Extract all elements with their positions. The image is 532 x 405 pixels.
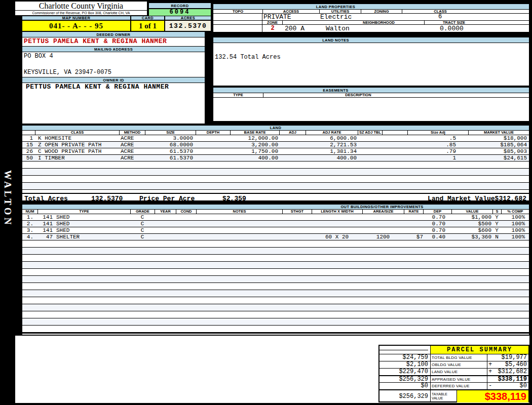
out-building-row: 1.141SHEDC0.70$1,000Y100%	[22, 214, 529, 221]
sign	[487, 376, 495, 382]
land-market-value-header: MARKET VALUE	[468, 131, 529, 135]
summary-row: $2,100 OBLDG VALUE +$5,460	[379, 361, 528, 368]
out-buildings-total-value: $5,460	[505, 334, 526, 335]
land-row: 1K HOMESITEACRE3.000012,000.006,000.00.5…	[22, 135, 529, 142]
empty-row	[22, 262, 529, 269]
class-value: 6	[402, 14, 529, 20]
land-notes-text: 132.54 Total Acres	[213, 43, 529, 61]
out-buildings-total-label: Total Out Buildings & Other Improvements…	[262, 334, 409, 335]
empty-row	[22, 161, 529, 169]
out-building-row: 4.47SHELTERC60 X 201200$70.40$3,360N100%	[22, 234, 529, 240]
land-sz-adj-tbl-header: SZ ADJ TBL	[358, 131, 382, 135]
empty-row	[22, 240, 529, 248]
land-market-value: $312,682	[495, 194, 526, 201]
ob-length-width-header: LENGTH X WIDTH	[312, 210, 362, 214]
parcel-summary-prev-header-cell	[379, 346, 431, 354]
land-properties-box: LAND PROPERTIES TOPO ACCESS UTILITIES ZO…	[213, 4, 529, 32]
ob-num-header: NUM	[22, 210, 37, 214]
land-depth-header: DEPTH	[196, 131, 230, 135]
empty-row	[22, 255, 529, 262]
record-label: RECORD	[148, 3, 211, 9]
out-building-row: 3.141SHEDC0.70$600Y100%	[22, 227, 529, 234]
deferred-value: $0	[495, 383, 528, 389]
total-bldg-value: $19,977	[495, 354, 528, 361]
empty-row	[22, 248, 529, 255]
land-value: $312,682	[495, 369, 528, 375]
empty-row	[22, 297, 529, 304]
ob-rate-header: RATE	[404, 210, 423, 214]
commissioner-line: Commissioner of the Revenue, PO Box 308,…	[15, 10, 147, 16]
total-acres-value: 132.5370	[91, 194, 123, 201]
ob-comp-header: % COMP	[501, 210, 529, 214]
deferred-value-label: DEFERRED VALUE	[431, 383, 487, 389]
deeded-owner-value: PETTUS PAMELA KENT & REGINA HANMER	[22, 37, 205, 46]
prev-taxable-value: $256,329	[379, 390, 431, 402]
empty-row	[22, 169, 529, 176]
land-totals-row: Total Acres 132.5370 Price Per Acre $2,3…	[22, 193, 529, 200]
access-value: PRIVATE	[262, 14, 319, 20]
ob-grade-header: GRADE	[130, 210, 155, 214]
empty-row	[22, 318, 529, 326]
sign: +	[487, 369, 495, 375]
prev-deferred-value: $0	[379, 383, 431, 389]
land-base-rate-header: BASE RATE	[230, 131, 279, 135]
land-method-header: METHOD	[119, 131, 145, 135]
land-row: 15Z OPEN PRIVATE PATHACRE68.00003,200.00…	[22, 142, 529, 148]
price-per-acre-label: Price Per Acre	[139, 194, 195, 201]
summary-row: $0 DEFERRED VALUE -$0	[379, 382, 528, 389]
land-row: 50I TIMBERACRE61.5370400.00400.001$24,61…	[22, 155, 529, 161]
obldg-value-label: OBLDG VALUE	[431, 361, 487, 368]
land-notes-title: LAND NOTES	[213, 37, 529, 43]
summary-row: $256,329 APPRAISED VALUE $338,119	[379, 375, 528, 382]
empty-row	[22, 326, 529, 333]
utilities-column-header: UTILITIES	[319, 10, 361, 13]
neighborhood-column-header: NEIGHBORHOOD	[283, 21, 425, 24]
card-value: 1 of 1	[131, 20, 165, 31]
zoning-column-header: ZONING	[361, 10, 402, 13]
empty-row	[22, 283, 529, 290]
sign: +	[487, 361, 495, 368]
land-section: LAND CLASS METHOD SIZE DEPTH BASE RATE A…	[22, 125, 529, 201]
zone-value: 2	[262, 25, 283, 32]
mailing-address-label: MAILING ADDRESS	[22, 46, 205, 52]
out-buildings-section: OUT BUILDINGS/OTHER IMPROVEMENTS NUM TYP…	[22, 204, 529, 335]
land-value-label: LAND VALUE	[431, 369, 487, 375]
mailing-address-block: PO BOX 4 KEYSVILLE, VA 23947-0075	[22, 52, 205, 77]
land-adj-rate-header: ADJ RATE	[306, 131, 358, 135]
tract-size-column-header: TRACT SIZE	[425, 21, 529, 24]
neighborhood-value: Walton	[326, 25, 350, 32]
out-buildings-title: OUT BUILDINGS/OTHER IMPROVEMENTS	[22, 205, 529, 210]
appraised-value: $338,119	[495, 376, 528, 382]
sign	[487, 354, 495, 361]
map-number-label: MAP NUMBER	[22, 16, 131, 20]
prev-appraised-value: $256,329	[379, 376, 431, 382]
obldg-value: $5,460	[495, 361, 528, 368]
owner-card-empty-area	[22, 91, 205, 124]
ob-notes-header: NOTES	[196, 210, 282, 214]
owner-id-value: PETTUS PAMELA KENT & REGINA HANMER	[22, 83, 205, 91]
empty-row	[22, 176, 529, 183]
record-value: 6094	[148, 9, 211, 16]
easements-box: EASEMENTS TYPE DESCRIPTION	[213, 87, 529, 122]
land-size-adj-header: Size Adj	[407, 131, 468, 135]
acres-label: ACRES	[165, 16, 211, 20]
address-line-2: KEYSVILLE, VA 23947-0075	[22, 69, 205, 76]
easements-empty-area	[213, 98, 529, 121]
acres-value: 132.5370	[165, 20, 211, 31]
empty-row	[22, 304, 529, 311]
easement-type-header: TYPE	[213, 93, 263, 97]
summary-row: $229,470 LAND VALUE +$312,682	[379, 368, 528, 375]
ob-s-header: S	[492, 210, 501, 214]
sign: -	[487, 383, 495, 389]
empty-row	[22, 183, 529, 190]
taxable-value-row: $256,329 TAXABLE VALUE $338,119	[379, 389, 528, 402]
map-number-value: 041- - A- - - 95	[22, 20, 131, 31]
land-notes-box: LAND NOTES 132.54 Total Acres	[213, 37, 529, 86]
ob-type-header: TYPE	[37, 210, 130, 214]
empty-row	[22, 269, 529, 276]
empty-row	[22, 290, 529, 297]
topo-empty-area	[213, 21, 262, 24]
easements-title: EASEMENTS	[213, 88, 529, 93]
parcel-summary-title: PARCEL SUMMARY	[431, 346, 528, 354]
owner-card: DEEDED OWNER PETTUS PAMELA KENT & REGINA…	[22, 31, 205, 124]
